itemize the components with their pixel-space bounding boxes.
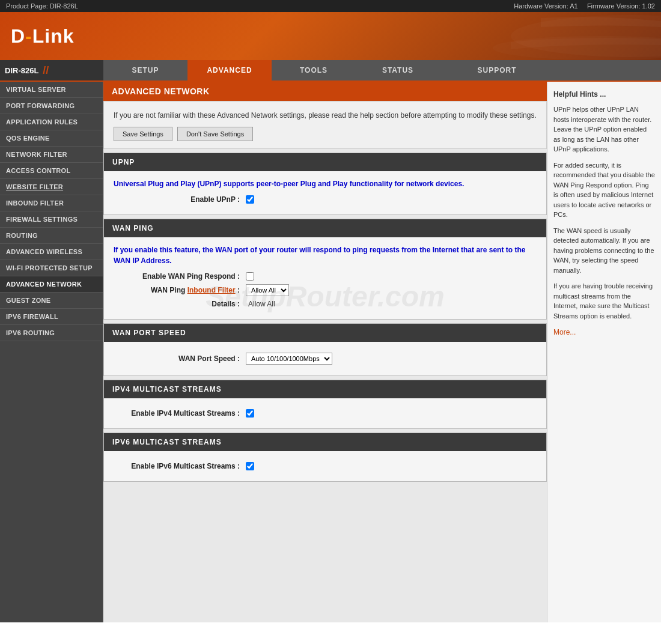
ipv4-multicast-checkbox[interactable]: [246, 409, 254, 418]
ipv6-multicast-label: Enable IPv6 Multicast Streams :: [114, 462, 246, 470]
wan-ping-desc: If you enable this feature, the WAN port…: [114, 245, 537, 266]
wan-port-speed-title: WAN PORT SPEED: [104, 324, 546, 342]
upnp-desc: Universal Plug and Play (UPnP) supports …: [114, 178, 537, 189]
wan-ping-title: WAN PING: [104, 219, 546, 237]
page-title: ADVANCED NETWORK: [103, 82, 547, 101]
sidebar-item-ipv6-firewall[interactable]: IPV6 FIREWALL: [0, 309, 103, 325]
wan-port-speed-section: WAN PORT SPEED WAN Port Speed : Auto 10/…: [103, 323, 547, 376]
sidebar-item-qos-engine[interactable]: QOS ENGINE: [0, 130, 103, 147]
wan-ping-filter-row: WAN Ping Inbound Filter : Allow All Deny…: [114, 284, 537, 296]
upnp-content: Universal Plug and Play (UPnP) supports …: [104, 171, 546, 214]
sidebar-item-advanced-network[interactable]: ADVANCED NETWORK: [0, 276, 103, 293]
wan-port-speed-row: WAN Port Speed : Auto 10/100/1000Mbps 10…: [114, 353, 537, 365]
help-para-2: For added security, it is recommended th…: [553, 160, 655, 220]
help-para-4: If you are having trouble receiving mult…: [553, 281, 655, 321]
logo: D-Link: [11, 25, 75, 47]
upnp-enable-row: Enable UPnP :: [114, 195, 537, 204]
sidebar-logo-cell: DIR-826L //: [0, 60, 103, 80]
help-para-1: UPnP helps other UPnP LAN hosts interope…: [553, 105, 655, 154]
sidebar-item-application-rules[interactable]: APPLICATION RULES: [0, 114, 103, 130]
ipv6-multicast-checkbox[interactable]: [246, 462, 254, 470]
wan-ping-filter-select[interactable]: Allow All Deny All: [246, 284, 289, 296]
wan-ping-content: If you enable this feature, the WAN port…: [104, 237, 546, 319]
button-row: Save Settings Don't Save Settings: [114, 127, 537, 141]
top-bar: Product Page: DIR-826L Hardware Version:…: [0, 0, 661, 12]
ipv4-multicast-label: Enable IPv4 Multicast Streams :: [114, 409, 246, 418]
ipv4-multicast-row: Enable IPv4 Multicast Streams :: [114, 409, 537, 418]
dont-save-settings-button[interactable]: Don't Save Settings: [177, 127, 253, 141]
ipv6-multicast-title: IPV6 MULTICAST STREAMS: [104, 433, 546, 451]
upnp-section: UPNP Universal Plug and Play (UPnP) supp…: [103, 153, 547, 215]
upnp-enable-label: Enable UPnP :: [114, 195, 246, 204]
ipv4-multicast-section: IPV4 MULTICAST STREAMS Enable IPv4 Multi…: [103, 380, 547, 429]
upnp-enable-checkbox[interactable]: [246, 195, 254, 204]
sidebar-item-port-forwarding[interactable]: PORT FORWARDING: [0, 98, 103, 114]
tab-status[interactable]: STATUS: [356, 60, 440, 80]
nav-sidebar-title: DIR-826L: [5, 66, 38, 75]
sidebar-item-virtual-server[interactable]: VIRTUAL SERVER: [0, 82, 103, 98]
upnp-title: UPNP: [104, 153, 546, 171]
sidebar: VIRTUAL SERVER PORT FORWARDING APPLICATI…: [0, 82, 103, 622]
wan-ping-enable-label: Enable WAN Ping Respond :: [114, 272, 246, 281]
wan-port-speed-select[interactable]: Auto 10/100/1000Mbps 10Mbps - Half Duple…: [246, 353, 332, 365]
tab-setup[interactable]: SETUP: [103, 60, 187, 80]
sidebar-item-inbound-filter[interactable]: INBOUND FILTER: [0, 195, 103, 211]
wan-ping-section: WAN PING If you enable this feature, the…: [103, 219, 547, 320]
hw-fw-info: Hardware Version: A1 Firmware Version: 1…: [514, 2, 655, 10]
ipv6-multicast-content: Enable IPv6 Multicast Streams :: [104, 451, 546, 481]
tab-advanced[interactable]: ADVANCED: [187, 60, 272, 80]
help-panel: Helpful Hints ... UPnP helps other UPnP …: [547, 82, 661, 622]
ipv6-multicast-section: IPV6 MULTICAST STREAMS Enable IPv6 Multi…: [103, 433, 547, 482]
wan-ping-enable-row: Enable WAN Ping Respond :: [114, 272, 537, 281]
help-title: Helpful Hints ...: [553, 89, 655, 100]
ipv4-multicast-content: Enable IPv4 Multicast Streams :: [104, 398, 546, 428]
wan-ping-details-label: Details :: [114, 300, 246, 308]
wan-port-speed-content: WAN Port Speed : Auto 10/100/1000Mbps 10…: [104, 342, 546, 375]
sidebar-item-website-filter[interactable]: WEBSITE FILTER: [0, 179, 103, 195]
intro-box: If you are not familiar with these Advan…: [103, 101, 547, 149]
wan-ping-filter-label: WAN Ping Inbound Filter :: [114, 286, 246, 294]
sidebar-item-guest-zone[interactable]: GUEST ZONE: [0, 293, 103, 309]
sidebar-item-advanced-wireless[interactable]: ADVANCED WIRELESS: [0, 244, 103, 260]
ipv6-multicast-row: Enable IPv6 Multicast Streams :: [114, 462, 537, 470]
logo-area: D-Link: [0, 12, 661, 60]
sidebar-item-wifi-protected-setup[interactable]: WI-FI PROTECTED SETUP: [0, 260, 103, 276]
wan-port-speed-label: WAN Port Speed :: [114, 354, 246, 363]
main-layout: VIRTUAL SERVER PORT FORWARDING APPLICATI…: [0, 82, 661, 622]
save-settings-button[interactable]: Save Settings: [114, 127, 172, 141]
wan-ping-details-row: Details : Allow All: [114, 300, 537, 308]
more-link[interactable]: More...: [553, 328, 576, 336]
tab-support[interactable]: SUPPORT: [440, 60, 554, 80]
wan-ping-details-value: Allow All: [248, 300, 275, 308]
sidebar-item-access-control[interactable]: ACCESS CONTROL: [0, 163, 103, 179]
slash-decoration: //: [40, 64, 49, 77]
sidebar-item-firewall-settings[interactable]: FIREWALL SETTINGS: [0, 211, 103, 228]
sidebar-item-ipv6-routing[interactable]: IPV6 ROUTING: [0, 325, 103, 341]
inbound-filter-link[interactable]: Inbound Filter: [187, 286, 236, 294]
intro-text: If you are not familiar with these Advan…: [114, 110, 537, 121]
wan-ping-respond-checkbox[interactable]: [246, 272, 254, 281]
product-label: Product Page: DIR-826L: [6, 2, 78, 10]
help-para-3: The WAN speed is usually detected automa…: [553, 226, 655, 276]
tab-tools[interactable]: TOOLS: [272, 60, 356, 80]
sidebar-item-routing[interactable]: ROUTING: [0, 228, 103, 244]
nav-tabs: DIR-826L // SETUP ADVANCED TOOLS STATUS …: [0, 60, 661, 82]
sidebar-item-network-filter[interactable]: NETWORK FILTER: [0, 147, 103, 163]
ipv4-multicast-title: IPV4 MULTICAST STREAMS: [104, 380, 546, 398]
main-content: ADVANCED NETWORK If you are not familiar…: [103, 82, 547, 622]
